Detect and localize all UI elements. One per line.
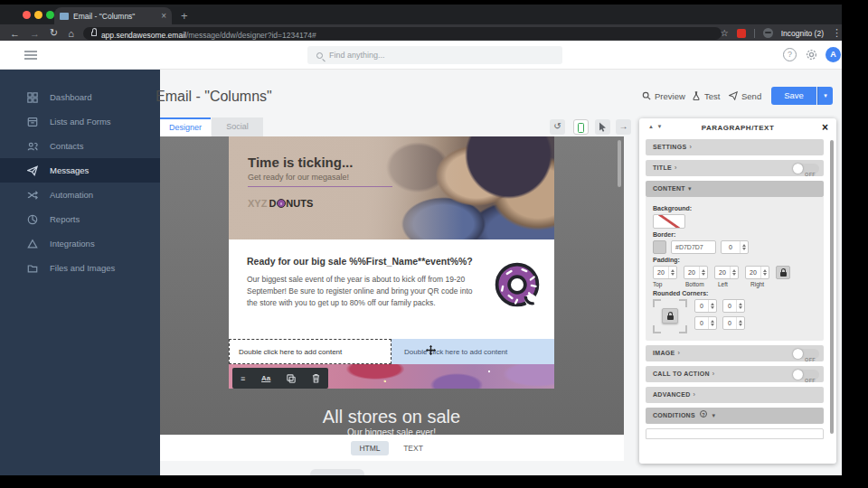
column-left-placeholder[interactable]: Double click here to add content: [229, 339, 392, 364]
corner-br-stepper[interactable]: 0: [722, 316, 745, 330]
stepper-arrows[interactable]: [699, 267, 707, 278]
sidebar-item-messages[interactable]: Messages: [0, 158, 160, 183]
stepper-arrows[interactable]: [708, 317, 716, 329]
stepper-arrows[interactable]: [740, 241, 748, 253]
text-toggle-button[interactable]: TEXT: [397, 441, 429, 455]
extension-icon[interactable]: [737, 29, 746, 38]
section-call-to-action[interactable]: CALL TO ACTION› OFF: [646, 366, 824, 382]
chevron-down-icon: ▾: [712, 412, 715, 418]
tab-close-icon[interactable]: ×: [161, 12, 166, 21]
padding-bottom-stepper[interactable]: 20: [684, 266, 708, 279]
title-toggle[interactable]: OFF: [793, 164, 819, 174]
border-color-input[interactable]: #D7D7D7: [671, 240, 716, 254]
move-cursor-icon: [426, 345, 436, 355]
tab-social[interactable]: Social: [212, 117, 263, 136]
save-button[interactable]: Save: [771, 87, 816, 105]
text-style-icon[interactable]: Aa: [261, 374, 270, 382]
sidebar-item-reports[interactable]: Reports: [0, 207, 160, 231]
corner-tl-stepper[interactable]: 0: [694, 299, 717, 313]
traffic-light-close[interactable]: [23, 11, 31, 19]
stepper-arrows[interactable]: [760, 267, 769, 278]
email-footer-subline[interactable]: Our biggest sale ever!: [229, 427, 554, 435]
browser-menu-icon[interactable]: ⋮: [832, 27, 842, 39]
email-footer-headline[interactable]: All stores on sale: [229, 407, 554, 427]
panel-close-icon[interactable]: ×: [822, 121, 828, 134]
mobile-preview-button[interactable]: [573, 119, 589, 135]
delete-icon[interactable]: [312, 373, 320, 383]
cta-toggle[interactable]: OFF: [793, 370, 819, 380]
design-canvas[interactable]: Time is ticking... Get ready for our meg…: [160, 136, 624, 435]
stepper-arrows[interactable]: [736, 300, 744, 312]
chevron-right-icon: ›: [689, 144, 692, 150]
stepper-arrows[interactable]: [736, 317, 744, 329]
border-width-stepper[interactable]: 0: [721, 240, 749, 254]
refresh-icon[interactable]: ↻: [50, 27, 58, 39]
stepper-arrows[interactable]: [668, 267, 676, 278]
column-right-placeholder[interactable]: Double click here to add content: [392, 339, 554, 364]
stepper-arrows[interactable]: [730, 267, 738, 278]
tab-designer[interactable]: Designer: [160, 117, 211, 136]
email-text-block[interactable]: Ready for our big sale %%First_Name**eve…: [229, 239, 554, 339]
browser-actions: ☆ Incognito (2) ⋮: [721, 24, 842, 42]
home-icon[interactable]: ⌂: [68, 28, 74, 39]
image-toggle[interactable]: OFF: [793, 349, 819, 359]
border-color-swatch[interactable]: [653, 240, 666, 254]
sidebar-item-label: Messages: [50, 165, 89, 175]
automation-icon: [27, 190, 38, 201]
section-settings[interactable]: SETTINGS›: [646, 139, 824, 155]
gear-icon[interactable]: [805, 48, 818, 61]
sidebar-item-label: Integrations: [50, 239, 95, 249]
padding-lock-button[interactable]: [776, 266, 790, 279]
conditions-field-partial[interactable]: [646, 428, 824, 439]
section-content[interactable]: CONTENT▾: [646, 181, 824, 197]
sidebar-item-automation[interactable]: Automation: [0, 183, 160, 207]
user-avatar[interactable]: A: [826, 47, 841, 62]
search-input[interactable]: Find anything...: [307, 46, 562, 64]
align-icon[interactable]: ≡: [241, 374, 245, 383]
corner-bl-stepper[interactable]: 0: [694, 316, 717, 330]
corner-tr-stepper[interactable]: 0: [722, 299, 745, 313]
padding-right-stepper[interactable]: 20: [745, 266, 769, 279]
padding-left-stepper[interactable]: 20: [714, 266, 739, 279]
padding-top-stepper[interactable]: 20: [653, 266, 677, 279]
email-hero-block[interactable]: Time is ticking... Get ready for our meg…: [229, 136, 554, 239]
section-image[interactable]: IMAGE› OFF: [646, 345, 824, 361]
corners-lock-button[interactable]: [662, 308, 678, 324]
send-button[interactable]: Send: [729, 88, 761, 104]
undo-button[interactable]: ↺: [550, 119, 565, 135]
sidebar-item-files-and-images[interactable]: Files and Images: [0, 256, 160, 280]
help-button[interactable]: ?: [783, 48, 797, 61]
sidebar-item-contacts[interactable]: Contacts: [0, 134, 160, 158]
canvas-scrollbar[interactable]: [618, 140, 621, 187]
background-swatch[interactable]: [653, 214, 685, 229]
conditions-help-icon[interactable]: ?: [700, 410, 707, 418]
sidebar-item-dashboard[interactable]: Dashboard: [0, 85, 160, 109]
traffic-light-zoom[interactable]: [46, 11, 54, 19]
duplicate-icon[interactable]: [287, 374, 296, 383]
back-icon[interactable]: ←: [10, 28, 20, 39]
bookmark-star-icon[interactable]: ☆: [721, 28, 729, 38]
section-title[interactable]: TITLE› OFF: [646, 160, 824, 176]
pointer-tool-button[interactable]: [595, 119, 610, 135]
forward-icon[interactable]: →: [30, 28, 40, 39]
hamburger-menu-icon[interactable]: [24, 51, 37, 60]
incognito-label: Incognito (2): [781, 29, 824, 38]
section-advanced[interactable]: ADVANCED›: [646, 387, 824, 403]
html-toggle-button[interactable]: HTML: [351, 441, 389, 455]
preview-button[interactable]: Preview: [642, 88, 685, 104]
lock-icon: [91, 32, 97, 36]
sidebar-item-integrations[interactable]: Integrations: [0, 231, 160, 256]
save-dropdown-button[interactable]: ▾: [817, 87, 833, 105]
divider: [754, 29, 755, 38]
browser-tab[interactable]: Email - "Columns" ×: [54, 7, 172, 24]
sidebar-item-lists-and-forms[interactable]: Lists and Forms: [0, 109, 160, 134]
address-bar[interactable]: app.sendawesome.email/message/ddw/design…: [83, 27, 722, 40]
section-conditions[interactable]: CONDITIONS ? ▾: [646, 408, 824, 424]
stepper-arrows[interactable]: [708, 300, 716, 312]
traffic-light-minimize[interactable]: [34, 11, 42, 19]
panel-scrollbar[interactable]: [830, 140, 834, 434]
new-tab-button[interactable]: +: [181, 10, 188, 22]
mobile-icon: [578, 123, 584, 133]
test-button[interactable]: Test: [692, 88, 720, 104]
collapse-panel-button[interactable]: →: [616, 119, 631, 135]
